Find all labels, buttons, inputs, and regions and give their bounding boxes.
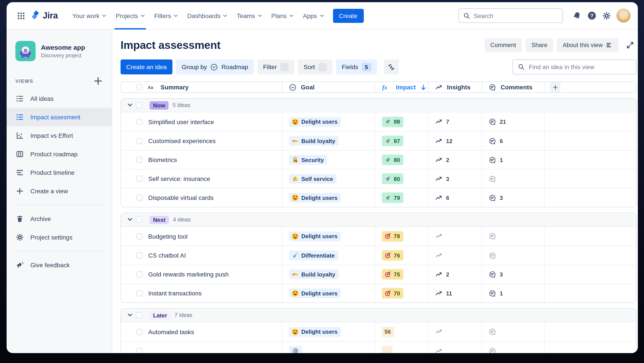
table-row[interactable]: BiometricsSecurity8021 xyxy=(121,150,636,169)
row-checkbox[interactable] xyxy=(136,176,142,182)
group-by-button[interactable]: Group by Roadmap xyxy=(176,60,254,74)
impact-cell[interactable]: 97 xyxy=(375,132,428,150)
table-row[interactable]: Self service: insuranceSelf service803 xyxy=(121,169,636,188)
goal-cell[interactable]: Delight users xyxy=(282,188,375,207)
sidebar-item-archive[interactable]: Archive xyxy=(6,210,112,228)
column-header-summary[interactable]: Aa Summary xyxy=(121,82,282,93)
comments-cell[interactable] xyxy=(482,342,544,353)
nav-item-your-work[interactable]: Your work xyxy=(68,2,111,29)
impact-cell[interactable]: 80 xyxy=(375,151,428,169)
insights-cell[interactable] xyxy=(428,227,482,246)
table-row[interactable]: Customised experiencesBuild loyalty97126 xyxy=(121,131,636,150)
row-checkbox[interactable] xyxy=(136,195,142,201)
insights-cell[interactable] xyxy=(428,246,482,265)
sidebar-item-all-ideas[interactable]: All ideas xyxy=(6,89,112,108)
nav-item-filters[interactable]: Filters xyxy=(149,2,182,29)
impact-cell[interactable]: 70 xyxy=(375,284,428,302)
nav-item-projects[interactable]: Projects xyxy=(111,2,149,29)
sidebar-item-product-timeline[interactable]: Product timeline xyxy=(6,163,112,182)
sidebar-item-project-settings[interactable]: Project settings xyxy=(6,228,112,247)
insights-cell[interactable]: 2 xyxy=(428,151,482,169)
create-an-idea-button[interactable]: Create an idea xyxy=(120,60,172,74)
comments-cell[interactable] xyxy=(482,322,544,341)
notifications-bell-icon[interactable] xyxy=(569,8,584,23)
column-header-goal[interactable]: Goal xyxy=(282,82,375,93)
sidebar-item-impact-vs-effort[interactable]: Impact vs Effort xyxy=(6,126,112,145)
comments-cell[interactable] xyxy=(482,227,544,246)
goal-cell[interactable]: Delight users xyxy=(282,227,375,246)
find-idea-input[interactable] xyxy=(529,63,631,71)
group-checkbox[interactable] xyxy=(136,312,142,318)
goal-cell[interactable]: Self service xyxy=(282,170,375,188)
find-idea-search[interactable] xyxy=(512,60,636,74)
insights-cell[interactable] xyxy=(428,342,482,353)
row-checkbox[interactable] xyxy=(136,348,142,353)
comments-cell[interactable]: 3 xyxy=(482,265,544,283)
nav-item-dashboards[interactable]: Dashboards xyxy=(182,2,232,29)
global-search-input[interactable] xyxy=(474,12,558,19)
goal-cell[interactable]: Delight users xyxy=(282,322,375,341)
fields-button[interactable]: Fields 5 xyxy=(336,60,377,74)
insights-cell[interactable]: 11 xyxy=(428,284,482,302)
impact-cell[interactable]: 76 xyxy=(375,246,428,265)
comments-cell[interactable] xyxy=(482,170,544,188)
settings-gear-icon[interactable] xyxy=(599,8,614,23)
row-checkbox[interactable] xyxy=(136,138,142,144)
row-checkbox[interactable] xyxy=(136,290,142,296)
sidebar-item-product-roadmap[interactable]: Product roadmap xyxy=(6,145,112,163)
comments-cell[interactable] xyxy=(482,246,544,265)
sort-button[interactable]: Sort xyxy=(298,60,332,74)
row-checkbox[interactable] xyxy=(136,157,142,163)
user-avatar[interactable] xyxy=(616,8,631,23)
goal-cell[interactable]: Delight users xyxy=(282,284,375,302)
insights-cell[interactable]: 12 xyxy=(428,132,482,150)
group-checkbox[interactable] xyxy=(136,102,142,108)
give-feedback-button[interactable]: Give feedback xyxy=(6,256,112,274)
sidebar-item-impact-assesment[interactable]: Impact assesment xyxy=(6,108,112,126)
help-icon[interactable]: ? xyxy=(584,8,599,23)
comments-cell[interactable]: 1 xyxy=(482,151,544,169)
insights-cell[interactable]: 2 xyxy=(428,265,482,283)
jira-logo[interactable]: Jira xyxy=(30,11,58,21)
goal-cell[interactable]: Security xyxy=(282,151,375,169)
add-column-button[interactable] xyxy=(550,82,560,93)
column-header-insights[interactable]: Insights xyxy=(428,82,482,93)
impact-cell[interactable] xyxy=(375,342,428,353)
select-all-checkbox[interactable] xyxy=(136,84,142,90)
nav-item-teams[interactable]: Teams xyxy=(232,2,266,29)
row-checkbox[interactable] xyxy=(136,252,142,258)
goal-cell[interactable]: Build loyalty xyxy=(282,265,375,283)
table-row[interactable]: Disposable virtual cardsDelight users796… xyxy=(121,188,636,207)
insights-cell[interactable]: 3 xyxy=(428,170,482,188)
comments-cell[interactable]: 21 xyxy=(482,112,544,131)
table-row[interactable]: Automated tasksDelight users56 xyxy=(121,322,636,341)
goal-cell[interactable]: Delight users xyxy=(282,112,375,131)
global-search[interactable] xyxy=(458,8,563,23)
comment-button[interactable]: Comment xyxy=(484,38,522,52)
table-row[interactable]: Budgeting toolDelight users78 xyxy=(121,227,636,246)
goal-cell[interactable]: Build loyalty xyxy=(282,132,375,150)
table-row[interactable]: Gold rewards marketing pushBuild loyalty… xyxy=(121,265,636,283)
share-button[interactable]: Share xyxy=(526,38,553,52)
table-row[interactable]: Instant transactionsDelight users70111 xyxy=(121,283,636,302)
filter-button[interactable]: Filter xyxy=(257,60,294,74)
create-button[interactable]: Create xyxy=(333,9,364,23)
nav-item-apps[interactable]: Apps xyxy=(298,2,328,29)
app-switcher-icon[interactable] xyxy=(14,9,28,22)
rank-sort-button[interactable]: A xyxy=(384,60,399,74)
column-header-impact[interactable]: fx Impact xyxy=(375,82,428,93)
impact-cell[interactable]: 78 xyxy=(375,227,428,246)
impact-cell[interactable]: 79 xyxy=(375,188,428,207)
table-row[interactable]: CS chatbot AIDifferentiate76 xyxy=(121,246,636,265)
add-view-plus-icon[interactable] xyxy=(93,76,103,86)
insights-cell[interactable] xyxy=(428,322,482,341)
comments-cell[interactable]: 3 xyxy=(482,188,544,207)
goal-cell[interactable] xyxy=(282,342,375,353)
row-checkbox[interactable] xyxy=(136,329,142,335)
fullscreen-expand-icon[interactable] xyxy=(623,39,636,52)
impact-cell[interactable]: 80 xyxy=(375,170,428,188)
table-row[interactable] xyxy=(121,341,636,353)
group-checkbox[interactable] xyxy=(136,217,142,223)
sidebar-item-create-a-view[interactable]: Create a view xyxy=(6,182,112,200)
row-checkbox[interactable] xyxy=(136,271,142,277)
